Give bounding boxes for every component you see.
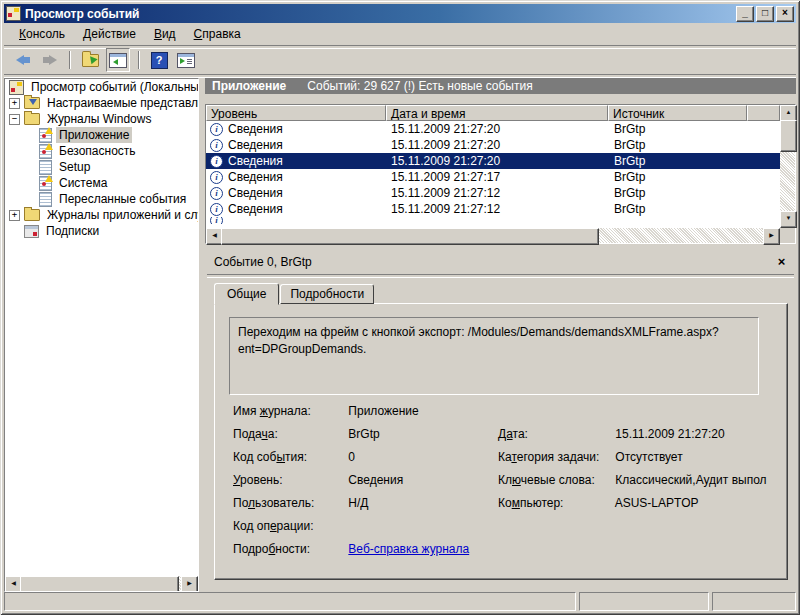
log-info-bar: Приложение Событий: 29 627 (!) Есть новы… [205, 78, 796, 94]
tree-item-setup[interactable]: Setup [5, 159, 198, 175]
detail-close-icon[interactable]: × [774, 255, 789, 270]
field-value-user: Н/Д [348, 496, 368, 510]
table-row-selected[interactable]: iСведения 15.11.2009 21:27:20 BrGtp [206, 153, 780, 169]
column-header-datetime[interactable]: Дата и время [386, 105, 608, 121]
tree-horizontal-scrollbar[interactable]: ◀ ▶ [5, 576, 198, 591]
table-row[interactable]: iСведения 15.11.2009 21:27:20 BrGtp [206, 121, 780, 137]
table-row[interactable]: iСведения 15.11.2009 21:27:17 BrGtp [206, 169, 780, 185]
status-panel [712, 592, 796, 611]
folder-icon [24, 113, 40, 125]
menu-console[interactable]: Консоль [10, 25, 74, 43]
event-viewer-icon [9, 80, 24, 95]
tab-page-general: Переходим на фрейм с кнопкой экспорт: /M… [214, 303, 788, 580]
console-tree-panel: Просмотр событий (Локальный) + Настраива… [4, 78, 199, 592]
log-name: Приложение [212, 79, 286, 93]
event-list-horizontal-scrollbar[interactable]: ◀ ▶ [206, 228, 780, 243]
expand-plus-icon[interactable]: + [9, 98, 20, 109]
column-header-source[interactable]: Источник [608, 105, 747, 121]
field-value-source: BrGtp [348, 427, 379, 441]
tree-item-custom-views[interactable]: + Настраиваемые представления [5, 95, 198, 111]
field-value-log-name: Приложение [348, 404, 418, 418]
expand-plus-icon[interactable]: + [9, 210, 20, 221]
field-label-user: Пользователь: [233, 496, 345, 510]
field-label-keywords: Ключевые слова: [498, 473, 612, 487]
action-pane-toggle-button[interactable] [175, 49, 197, 71]
status-bar [4, 592, 796, 611]
minimize-button[interactable]: _ [736, 6, 754, 22]
console-window-icon [109, 53, 127, 68]
scroll-thumb[interactable] [221, 228, 599, 245]
field-value-keywords: Классический,Аудит выпол [615, 473, 766, 487]
column-header-level[interactable]: Уровень [206, 105, 386, 121]
scroll-thumb[interactable] [780, 120, 797, 152]
status-panel [4, 592, 576, 611]
forward-button[interactable] [39, 49, 61, 71]
info-icon: i [210, 217, 223, 224]
scrollbar-corner [780, 228, 795, 243]
folder-filter-icon [24, 97, 40, 109]
field-label-level: Уровень: [233, 473, 345, 487]
log-warning-icon [39, 176, 52, 191]
detail-divider [207, 274, 794, 278]
tree-item-forwarded-events[interactable]: Пересланные события [5, 191, 198, 207]
event-properties: Имя журнала: Приложение Подача: BrGtp Ко… [233, 404, 783, 577]
tree-item-app-service-logs[interactable]: + Журналы приложений и служб [5, 207, 198, 223]
table-row[interactable]: iСведения 15.11.2009 21:27:12 BrGtp [206, 201, 780, 217]
tree-item-security[interactable]: Безопасность [5, 143, 198, 159]
event-log-online-help-link[interactable]: Веб-справка журнала [348, 542, 469, 556]
menu-help[interactable]: Справка [185, 25, 250, 43]
event-list: Уровень Дата и время Источник iСведения … [205, 104, 796, 244]
results-pane: Приложение Событий: 29 627 (!) Есть новы… [205, 78, 796, 590]
tab-details[interactable]: Подробности [280, 284, 374, 304]
forward-arrow-icon [43, 55, 57, 65]
info-icon: i [210, 203, 223, 216]
toolbar: ? [4, 47, 796, 73]
tree-item-subscriptions[interactable]: Подписки [5, 223, 198, 239]
menu-view[interactable]: Вид [145, 25, 185, 43]
log-warning-icon [39, 128, 52, 143]
app-window: Просмотр событий _ □ × Консоль Действие … [0, 0, 800, 615]
field-label-computer: Компьютер: [498, 496, 612, 510]
tree-item-application[interactable]: Приложение [5, 127, 198, 143]
tab-general[interactable]: Общие [214, 283, 279, 305]
console-tree-toggle-button[interactable] [106, 48, 130, 72]
log-icon [39, 160, 52, 175]
back-button[interactable] [12, 49, 34, 71]
field-label-event-id: Код события: [233, 450, 345, 464]
maximize-button[interactable]: □ [756, 6, 774, 22]
status-panel [579, 592, 709, 611]
field-label-task-category: Категория задачи: [498, 450, 612, 464]
log-icon [39, 192, 52, 207]
tree-item-event-viewer-local[interactable]: Просмотр событий (Локальный) [5, 79, 198, 95]
table-row-partial[interactable]: i [206, 217, 780, 224]
up-one-level-button[interactable] [79, 49, 101, 71]
event-detail-pane: Событие 0, BrGtp × Общие Подробности Пер… [205, 250, 796, 583]
scroll-down-button[interactable]: ▼ [780, 211, 797, 228]
toolbar-separator [69, 51, 71, 69]
window-title: Просмотр событий [25, 7, 139, 21]
event-description[interactable]: Переходим на фрейм с кнопкой экспорт: /M… [229, 317, 759, 395]
table-row[interactable]: iСведения 15.11.2009 21:27:20 BrGtp [206, 137, 780, 153]
field-label-date: Дата: [498, 427, 612, 441]
help-button[interactable]: ? [148, 49, 170, 71]
info-icon: i [210, 139, 223, 152]
collapse-minus-icon[interactable]: − [9, 114, 20, 125]
close-button[interactable]: × [776, 6, 794, 22]
tree-item-system[interactable]: Система [5, 175, 198, 191]
field-label-opcode: Код операции: [233, 519, 345, 533]
info-icon: i [210, 155, 223, 168]
info-icon: i [210, 123, 223, 136]
tree-item-windows-logs[interactable]: − Журналы Windows [5, 111, 198, 127]
menu-action[interactable]: Действие [74, 25, 145, 43]
scroll-right-button[interactable]: ▶ [181, 576, 198, 592]
field-value-level: Сведения [348, 473, 403, 487]
event-list-vertical-scrollbar[interactable]: ▲ ▼ [780, 105, 795, 228]
field-label-more-info: Подробности: [233, 542, 345, 556]
log-warning-icon [39, 144, 52, 159]
scroll-thumb[interactable] [20, 576, 179, 592]
field-value-task-category: Отсутствует [615, 450, 682, 464]
scroll-right-button[interactable]: ▶ [763, 228, 780, 245]
toolbar-separator [138, 51, 140, 69]
table-row[interactable]: iСведения 15.11.2009 21:27:12 BrGtp [206, 185, 780, 201]
field-label-log-name: Имя журнала: [233, 404, 345, 418]
